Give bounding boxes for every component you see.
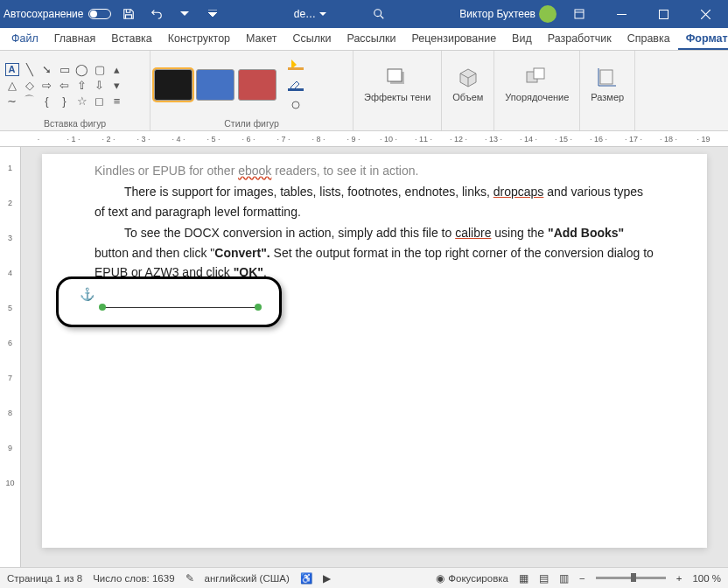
shape-style-gallery[interactable] xyxy=(154,69,276,101)
arc-shape[interactable]: ⌒ xyxy=(21,94,38,108)
accessibility-icon[interactable]: ♿ xyxy=(300,572,312,584)
ribbon: A ╲ ➘ ▭ ◯ ▢ ▴ △ ◇ ⇨ ⇦ ⇧ ⇩ ▾ ∼ ⌒ { } ☆ ◻ xyxy=(0,51,728,131)
tab-review[interactable]: Рецензирование xyxy=(404,29,505,50)
undo-icon[interactable] xyxy=(146,4,167,24)
doc-link[interactable]: dropcaps xyxy=(494,185,544,199)
scroll-up-icon[interactable]: ▴ xyxy=(108,62,125,77)
anchor-icon: ⚓ xyxy=(80,287,94,301)
doc-text-fragment: To see the DOCX conversion in action, si… xyxy=(124,226,455,240)
svg-point-6 xyxy=(292,102,299,108)
shadow-effects-button[interactable]: Эффекты тени xyxy=(357,52,438,114)
tab-mailings[interactable]: Рассылки xyxy=(339,29,403,50)
maximize-button[interactable] xyxy=(644,1,682,27)
tab-file[interactable]: Файл xyxy=(4,29,46,50)
word-count[interactable]: Число слов: 1639 xyxy=(93,573,174,584)
shapes-gallery[interactable]: A ╲ ➘ ▭ ◯ ▢ ▴ △ ◇ ⇨ ⇦ ⇧ ⇩ ▾ ∼ ⌒ { } ☆ ◻ xyxy=(4,62,125,108)
document-page[interactable]: Kindles or EPUB for other ebook readers,… xyxy=(42,154,707,548)
style-swatch-3[interactable] xyxy=(238,69,276,101)
horizontal-ruler[interactable]: ·· 1 ·· 2 ·· 3 ·· 4 ·· 5 ·· 6 ·· 7 ·· 8 … xyxy=(0,131,728,147)
doc-bold: "Add Books" xyxy=(548,226,624,240)
svg-point-0 xyxy=(374,10,382,17)
document-title[interactable]: de… xyxy=(294,8,316,20)
curve-shape[interactable]: ∼ xyxy=(4,94,20,108)
line-shape-object[interactable] xyxy=(102,307,258,308)
shape-effects-button[interactable] xyxy=(282,96,310,116)
tab-layout[interactable]: Макет xyxy=(238,29,284,50)
tab-view[interactable]: Вид xyxy=(504,29,540,50)
view-print-layout-icon[interactable]: ▦ xyxy=(519,572,528,584)
focus-label: Фокусировка xyxy=(448,573,508,584)
avatar[interactable] xyxy=(539,5,556,23)
svg-rect-3 xyxy=(659,10,668,18)
document-scroll[interactable]: Kindles or EPUB for other ebook readers,… xyxy=(21,147,728,567)
selected-shape[interactable]: ⚓ xyxy=(56,276,282,327)
toggle-switch[interactable] xyxy=(88,9,111,19)
qat-customize-icon[interactable] xyxy=(202,4,223,24)
zoom-out-button[interactable]: − xyxy=(579,573,585,584)
tab-developer[interactable]: Разработчик xyxy=(540,29,620,50)
resize-handle-right[interactable] xyxy=(255,304,262,311)
minimize-button[interactable] xyxy=(602,1,640,27)
page-count[interactable]: Страница 1 из 8 xyxy=(7,573,82,584)
arrow-up-shape[interactable]: ⇧ xyxy=(74,78,90,93)
star-shape[interactable]: ☆ xyxy=(74,94,90,108)
user-name[interactable]: Виктор Бухтеев xyxy=(459,8,536,20)
tab-home[interactable]: Главная xyxy=(46,29,104,50)
doc-link[interactable]: calibre xyxy=(455,226,491,240)
focus-mode[interactable]: ◉ Фокусировка xyxy=(436,572,508,584)
arrow-left-shape[interactable]: ⇦ xyxy=(56,78,73,93)
doc-text-fragment: button and then click " xyxy=(94,246,214,260)
arrow-down-shape[interactable]: ⇩ xyxy=(91,78,108,93)
tab-shape-format[interactable]: Формат фигу xyxy=(678,29,728,50)
style-swatch-1[interactable] xyxy=(154,69,192,101)
rect-shape[interactable]: ▭ xyxy=(56,62,73,77)
size-button[interactable]: Размер xyxy=(584,52,631,114)
zoom-percent[interactable]: 100 % xyxy=(692,573,721,584)
title-dropdown-icon[interactable] xyxy=(319,12,326,17)
line-shape[interactable]: ╲ xyxy=(21,62,38,77)
3d-effects-button[interactable]: Объем xyxy=(445,52,490,114)
ribbon-display-icon[interactable] xyxy=(560,1,598,27)
more-shapes-icon[interactable]: ≡ xyxy=(108,94,125,108)
triangle-shape[interactable]: △ xyxy=(4,78,20,93)
brace-left-shape[interactable]: { xyxy=(38,94,55,108)
tab-references[interactable]: Ссылки xyxy=(284,29,339,50)
text-box-shape[interactable]: A xyxy=(4,62,20,77)
size-label: Размер xyxy=(591,92,624,102)
rounded-rect-shape[interactable]: ▢ xyxy=(91,62,108,77)
search-icon[interactable] xyxy=(368,4,389,24)
macro-icon[interactable]: ▶ xyxy=(323,572,331,584)
close-button[interactable] xyxy=(686,1,724,27)
callout-shape[interactable]: ◻ xyxy=(91,94,108,108)
oval-shape[interactable]: ◯ xyxy=(74,62,90,77)
zoom-slider[interactable] xyxy=(596,577,666,579)
scroll-down-icon[interactable]: ▾ xyxy=(108,78,125,93)
shape-fill-button[interactable] xyxy=(282,54,310,74)
spellcheck-icon[interactable]: ✎ xyxy=(186,572,194,584)
view-web-layout-icon[interactable]: ▥ xyxy=(559,572,569,584)
resize-handle-left[interactable] xyxy=(99,304,106,311)
volume-label: Объем xyxy=(452,92,483,102)
arrow-right-shape[interactable]: ⇨ xyxy=(38,78,55,93)
language-status[interactable]: английский (США) xyxy=(205,573,290,584)
autosave-toggle[interactable]: Автосохранение xyxy=(4,8,111,20)
style-swatch-2[interactable] xyxy=(196,69,234,101)
status-bar: Страница 1 из 8 Число слов: 1639 ✎ англи… xyxy=(0,567,728,588)
arrange-label: Упорядочение xyxy=(505,92,569,102)
brace-right-shape[interactable]: } xyxy=(56,94,73,108)
arrow-shape[interactable]: ➘ xyxy=(38,62,55,77)
tab-help[interactable]: Справка xyxy=(620,29,678,50)
save-icon[interactable] xyxy=(118,4,139,24)
vertical-ruler[interactable]: 12345678910 xyxy=(0,147,21,567)
tab-insert[interactable]: Вставка xyxy=(103,29,159,50)
zoom-in-button[interactable]: + xyxy=(676,573,682,584)
diamond-shape[interactable]: ◇ xyxy=(21,78,38,93)
tab-design[interactable]: Конструктор xyxy=(160,29,238,50)
title-bar: Автосохранение de… Виктор Бухтеев xyxy=(0,0,728,28)
redo-dropdown-icon[interactable] xyxy=(174,4,195,24)
shape-outline-button[interactable] xyxy=(282,75,310,94)
svg-rect-11 xyxy=(600,70,612,84)
arrange-button[interactable]: Упорядочение xyxy=(498,52,576,114)
ribbon-tab-bar: Файл Главная Вставка Конструктор Макет С… xyxy=(0,28,728,51)
view-read-mode-icon[interactable]: ▤ xyxy=(539,572,549,584)
